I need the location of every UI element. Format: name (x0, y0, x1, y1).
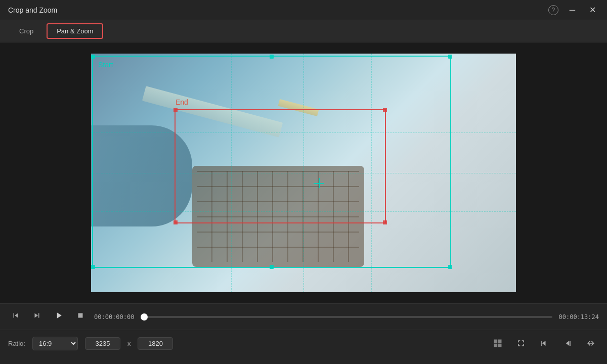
start-handle-tr[interactable] (448, 55, 452, 59)
end-handle-br[interactable] (383, 220, 387, 224)
end-handle-bl[interactable] (174, 220, 178, 224)
tab-crop[interactable]: Crop (10, 24, 42, 38)
total-time: 00:00:13:24 (558, 313, 599, 321)
current-time: 00:00:00:00 (94, 313, 135, 321)
help-button[interactable]: ? (548, 5, 558, 15)
start-handle-br[interactable] (448, 265, 452, 269)
minimize-button[interactable]: ─ (567, 5, 578, 16)
tab-pan-zoom[interactable]: Pan & Zoom (47, 23, 103, 39)
crosshair-vertical (304, 54, 304, 292)
stop-button[interactable] (73, 309, 88, 325)
start-label: Start (98, 61, 113, 69)
to-start-button[interactable] (559, 336, 576, 350)
start-handle-tl[interactable] (91, 55, 95, 59)
end-handle-tr[interactable] (383, 108, 387, 112)
crosshair-h-two-thirds (91, 211, 516, 212)
pipette-tip (278, 99, 319, 116)
bottom-area: 00:00:00:00 00:00:13:24 Ratio: 16:9 4:3 … (0, 303, 607, 364)
play-button[interactable] (51, 308, 67, 325)
swap-button[interactable] (583, 336, 599, 350)
title-bar: Crop and Zoom ? ─ ✕ (0, 0, 607, 20)
video-background: Start End (91, 54, 516, 292)
crosshair-v-third (231, 54, 232, 292)
timeline-track[interactable] (141, 316, 552, 318)
start-handle-tc[interactable] (270, 55, 274, 59)
ratio-select[interactable]: 16:9 4:3 1:1 9:16 Custom (32, 337, 78, 350)
options-bar: Ratio: 16:9 4:3 1:1 9:16 Custom x (0, 330, 607, 356)
dimension-separator: x (127, 340, 131, 347)
main-area: Start End (0, 42, 607, 303)
crosshair-v-two-thirds (371, 54, 372, 292)
fullscreen-button[interactable] (513, 336, 529, 350)
transport-bar: 00:00:00:00 00:00:13:24 (0, 304, 607, 330)
window-title: Crop and Zoom (8, 6, 57, 14)
video-wrapper[interactable]: Start End (91, 54, 516, 292)
timeline-thumb[interactable] (141, 313, 148, 321)
play-frame-back-button[interactable] (29, 309, 45, 325)
fit-to-grid-button[interactable] (490, 336, 506, 350)
tab-bar: Crop Pan & Zoom (0, 20, 607, 42)
start-handle-bl[interactable] (91, 265, 95, 269)
video-container: Start End (0, 42, 607, 303)
svg-rect-0 (78, 313, 83, 318)
to-end-button[interactable] (536, 336, 552, 350)
center-marker (314, 178, 324, 188)
crosshair-h-third (91, 132, 516, 133)
close-button[interactable]: ✕ (586, 4, 599, 16)
ratio-label: Ratio: (8, 340, 25, 347)
step-back-button[interactable] (8, 309, 23, 325)
well-plate (192, 166, 364, 267)
title-bar-controls: ? ─ ✕ (548, 4, 599, 16)
height-input[interactable] (138, 337, 173, 350)
width-input[interactable] (85, 337, 120, 350)
title-bar-left: Crop and Zoom (8, 6, 57, 14)
